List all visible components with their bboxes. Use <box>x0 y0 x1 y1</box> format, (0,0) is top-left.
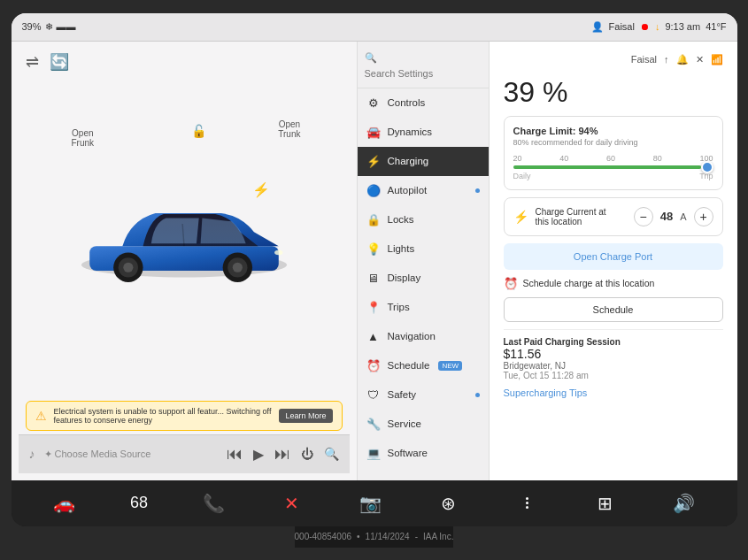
separator: • <box>357 532 360 541</box>
increase-charge-button[interactable]: + <box>694 207 713 226</box>
status-center: 👤 Faisal ⏺ ↓ 9:13 am 41°F <box>591 21 727 33</box>
close-taskbar-button[interactable]: ✕ <box>253 493 332 514</box>
nav-panel: 🔍 ⚙ Controls 🚘 Dynamics ⚡ Charging 🔵 <box>357 42 490 480</box>
charge-unit: A <box>680 211 686 222</box>
close-icon[interactable]: ✕ <box>696 54 704 65</box>
new-badge: NEW <box>438 361 462 371</box>
last-paid-section: Last Paid Charging Session $11.56 Bridge… <box>504 329 723 380</box>
signal-icon: ▬▬ <box>57 21 76 32</box>
charge-limit-subtitle: 80% recommended for daily driving <box>513 138 713 147</box>
bell-icon[interactable]: 🔔 <box>676 54 689 65</box>
nav-item-display[interactable]: 🖥 Display <box>358 264 489 293</box>
lock-icon[interactable]: 🔓 <box>191 124 206 138</box>
last-paid-title: Last Paid Charging Session <box>504 337 723 347</box>
safety-dot <box>475 393 480 397</box>
nav-item-navigation[interactable]: ▲ Navigation <box>358 322 489 351</box>
main-area: ⇌ 🔄 Open Frunk Open Trunk 🔓 ⚡ <box>12 42 737 480</box>
car-taskbar-button[interactable]: 🚗 <box>26 493 104 514</box>
bluetooth-taskbar-button[interactable]: ⊛ <box>410 493 489 514</box>
slider-fill <box>513 165 701 169</box>
bluetooth-icon: ❄ <box>45 21 53 33</box>
search-media-icon[interactable]: 🔍 <box>324 447 339 461</box>
next-track-button[interactable]: ⏭ <box>274 445 290 464</box>
open-frunk-label[interactable]: Open Frunk <box>72 128 95 148</box>
nav-label-autopilot: Autopilot <box>388 185 428 196</box>
charge-value: 48 <box>660 210 673 223</box>
search-input[interactable] <box>365 68 482 79</box>
nav-item-software[interactable]: 💻 Software <box>358 439 489 468</box>
nav-label-schedule: Schedule <box>388 360 430 371</box>
grid-taskbar-button[interactable]: ⊞ <box>567 493 645 514</box>
media-source-label[interactable]: ✦ Choose Media Source <box>44 449 218 460</box>
dots-taskbar-button[interactable] <box>488 497 567 509</box>
equalizer-icon[interactable]: ⏻ <box>301 447 313 461</box>
status-bar: 39% ❄ ▬▬ 👤 Faisal ⏺ ↓ 9:13 am 41°F <box>12 13 737 42</box>
charge-current-controls: − 48 A + <box>634 207 713 226</box>
locks-icon: 🔒 <box>366 213 381 226</box>
volume-taskbar-button[interactable]: 🔊 <box>644 493 723 514</box>
slider-thumb[interactable] <box>701 161 713 173</box>
play-button[interactable]: ▶ <box>253 446 264 463</box>
open-charge-port-button[interactable]: Open Charge Port <box>504 243 723 270</box>
lights-icon: 💡 <box>366 242 381 256</box>
status-username: Faisal <box>609 21 635 32</box>
tire-icon[interactable]: 🔄 <box>50 52 69 72</box>
car-container: Open Frunk Open Trunk 🔓 ⚡ <box>19 75 350 397</box>
nav-label-navigation: Navigation <box>388 331 436 341</box>
profile-name: Faisal <box>631 54 657 65</box>
nav-label-trips: Trips <box>388 302 410 312</box>
slider-sublabels: Daily Trip <box>513 172 713 180</box>
search-bar[interactable]: 🔍 <box>358 42 489 88</box>
schedule-icon: ⏰ <box>366 359 381 372</box>
company-name: IAA Inc. <box>423 532 453 541</box>
nav-item-schedule[interactable]: ⏰ Schedule NEW <box>358 351 489 380</box>
nav-item-charging[interactable]: ⚡ Charging <box>358 147 489 176</box>
nav-item-autopilot[interactable]: 🔵 Autopilot <box>358 176 489 205</box>
camera-taskbar-button[interactable]: 📷 <box>331 493 410 514</box>
media-bar: ♪ ✦ Choose Media Source ⏮ ▶ ⏭ ⏻ 🔍 <box>19 434 350 473</box>
nav-item-service[interactable]: 🔧 Service <box>358 410 489 439</box>
nav-item-safety[interactable]: 🛡 Safety <box>358 380 489 410</box>
right-panel: Faisal ↑ 🔔 ✕ 📶 39 % Charge Limit: 94% 80… <box>490 42 737 480</box>
decrease-charge-button[interactable]: − <box>634 207 653 226</box>
auction-date: 11/14/2024 <box>366 532 410 541</box>
charge-limit-section: Charge Limit: 94% 80% recommended for da… <box>504 116 723 190</box>
schedule-clock-icon: ⏰ <box>504 277 518 290</box>
dynamics-icon: 🚘 <box>366 126 381 139</box>
schedule-label: Schedule charge at this location <box>523 278 655 288</box>
nav-item-locks[interactable]: 🔒 Locks <box>358 205 489 234</box>
slider-track[interactable] <box>513 165 713 169</box>
alert-icon: ⚠ <box>35 409 47 423</box>
navigation-icon: ▲ <box>366 330 381 343</box>
schedule-button[interactable]: Schedule <box>504 297 723 322</box>
charge-percent: 39 % <box>504 76 723 109</box>
prev-track-button[interactable]: ⏮ <box>227 445 243 464</box>
nav-item-controls[interactable]: ⚙ Controls <box>358 88 489 118</box>
nav-label-lights: Lights <box>388 243 415 254</box>
phone-taskbar-button[interactable]: 📞 <box>174 493 253 514</box>
open-trunk-label[interactable]: Open Trunk <box>278 119 300 139</box>
nav-item-trips[interactable]: 📍 Trips <box>358 293 489 322</box>
charging-icon: ⚡ <box>366 155 381 168</box>
autopilot-dot <box>475 188 480 193</box>
upload-icon[interactable]: ↑ <box>664 54 669 65</box>
charge-slider-container[interactable]: 20 40 60 80 100 Daily Trip <box>513 154 713 180</box>
bottom-info-bar: 000-40854006 • 11/14/2024 - IAA Inc. <box>295 526 454 548</box>
svg-point-8 <box>274 249 282 255</box>
separator2: - <box>415 532 418 541</box>
safety-icon: 🛡 <box>366 388 381 402</box>
nav-item-lights[interactable]: 💡 Lights <box>358 234 489 264</box>
alert-text: Electrical system is unable to support a… <box>54 407 273 425</box>
energy-icon[interactable]: ⇌ <box>26 52 39 72</box>
music-icon: ♪ <box>29 447 35 461</box>
trips-icon: 📍 <box>366 301 381 314</box>
supercharging-tips-link[interactable]: Supercharging Tips <box>504 387 723 398</box>
learn-more-button[interactable]: Learn More <box>279 409 332 423</box>
nav-item-dynamics[interactable]: 🚘 Dynamics <box>358 118 489 147</box>
slider-labels: 20 40 60 80 100 <box>513 154 713 163</box>
autopilot-icon: 🔵 <box>366 184 381 197</box>
nav-label-dynamics: Dynamics <box>388 127 432 137</box>
battery-area: 39% ❄ ▬▬ <box>22 21 76 33</box>
dots-icon <box>526 497 528 509</box>
auction-id: 000-40854006 <box>295 532 352 541</box>
